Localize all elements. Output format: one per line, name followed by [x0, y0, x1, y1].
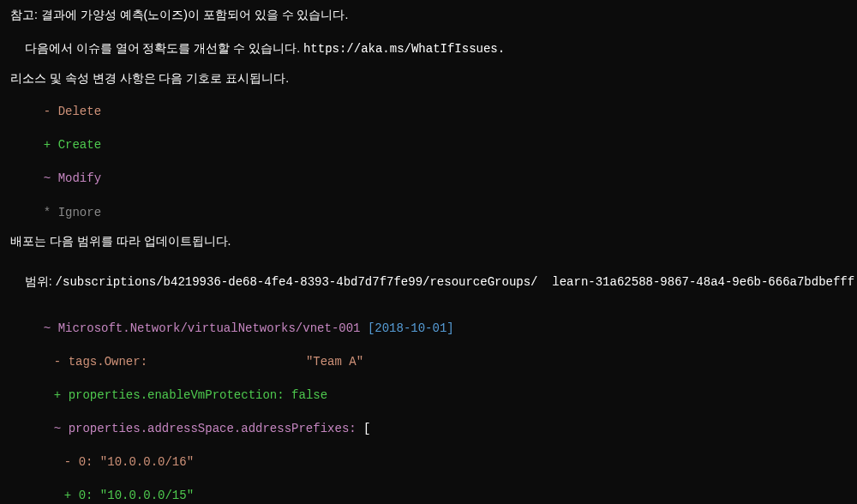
addr-new-key: 0: [79, 489, 93, 502]
addr-old-key: 0: [79, 455, 93, 469]
resource-path: Microsoft.Network/virtualNetworks/vnet-0… [58, 321, 361, 335]
enable-vm-line: + properties.enableVmProtection: false [10, 370, 847, 404]
addr-new-line: + 0: "10.0.0.0/15" [10, 471, 847, 504]
issue-url[interactable]: https://aka.ms/WhatIfIssues [303, 42, 498, 56]
addr-old-line: - 0: "10.0.0.0/16" [10, 438, 847, 471]
scope-update-line: 배포는 다음 범위를 따라 업데이트됩니다. [10, 233, 847, 250]
enable-vm-plus: + [54, 388, 61, 402]
ignore-label: Ignore [58, 206, 101, 219]
issue-prefix: 다음에서 이슈를 열어 정확도를 개선할 수 있습니다. [25, 41, 303, 55]
addr-new-value: "10.0.0.0/15" [100, 489, 194, 502]
issue-line: 다음에서 이슈를 열어 정확도를 개선할 수 있습니다. https://aka… [10, 24, 847, 58]
resource-tilde: ~ [44, 321, 51, 335]
addr-tilde: ~ [54, 422, 61, 435]
addr-prefixes-line: ~ properties.addressSpace.addressPrefixe… [10, 404, 847, 437]
tags-owner-value: "Team A" [306, 355, 363, 369]
addr-old-value: "10.0.0.0/16" [100, 455, 194, 469]
enable-vm-value: false [291, 388, 327, 402]
modify-label: Modify [58, 171, 101, 185]
resource-header: ~ Microsoft.Network/virtualNetworks/vnet… [10, 303, 847, 337]
modify-symbol: ~ [44, 171, 51, 185]
delete-label: Delete [58, 105, 101, 118]
issue-suffix: . [498, 42, 505, 56]
tags-owner-line: - tags.Owner: "Team A" [10, 337, 847, 370]
legend-create: + Create [10, 121, 847, 154]
addr-new-plus: + [64, 489, 71, 502]
tags-owner-key: tags.Owner: [69, 355, 147, 369]
create-label: Create [58, 138, 101, 152]
note-line: 참고: 결과에 가양성 예측(노이즈)이 포함되어 있을 수 있습니다. [10, 7, 847, 24]
api-version: [2018-10-01] [368, 321, 454, 335]
legend-delete: - Delete [10, 87, 847, 120]
addr-bracket-open: [ [363, 422, 370, 435]
scope-group: learn-31a62588-9867-48a4-9e6b-666a7bdbef… [552, 275, 854, 289]
scope-line: 범위: /subscriptions/b4219936-de68-4fe4-83… [10, 257, 847, 291]
legend-modify: ~ Modify [10, 154, 847, 188]
addr-prefixes-key: properties.addressSpace.addressPrefixes: [69, 422, 357, 435]
scope-path: /subscriptions/b4219936-de68-4fe4-8393-4… [56, 275, 538, 289]
legend-ignore: * Ignore [10, 188, 847, 221]
tags-dash: - [54, 355, 61, 369]
addr-old-dash: - [64, 455, 71, 469]
scope-prefix: 범위: [25, 274, 56, 288]
ignore-symbol: * [44, 206, 51, 219]
enable-vm-key: properties.enableVmProtection: [69, 388, 285, 402]
legend-title: 리소스 및 속성 변경 사항은 다음 기호로 표시됩니다. [10, 70, 847, 87]
create-symbol: + [44, 138, 51, 152]
delete-symbol: - [44, 105, 51, 118]
